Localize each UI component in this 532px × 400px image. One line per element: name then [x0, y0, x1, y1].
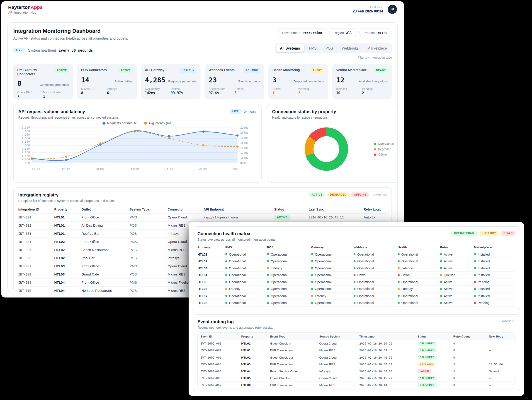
- stat-value-row: 3Degraded connections: [272, 76, 324, 84]
- cell: POS: [130, 224, 168, 227]
- status-dot: [225, 281, 227, 283]
- stat-title: API Gateway: [145, 68, 164, 72]
- status-dot: [267, 260, 269, 262]
- cell: 20:52:00: [486, 363, 514, 366]
- status-dot: [440, 274, 442, 276]
- stat-sub-value: 10: [336, 91, 362, 95]
- cell: HTL03: [54, 265, 81, 268]
- user-avatar[interactable]: IM: [388, 5, 397, 14]
- stat-sub-label: Opera PMS: [17, 90, 43, 94]
- legend-label: Operational: [378, 142, 394, 145]
- cell: Beach Restaurant: [81, 248, 130, 252]
- cell: Micros RES: [317, 349, 357, 352]
- cell: 2026-02-16 20:46:05: [357, 370, 415, 373]
- column-header-marketplace: Marketplace: [474, 246, 514, 249]
- matrix-cell-operational: Operational: [267, 259, 311, 263]
- cell: Front Office: [81, 215, 130, 219]
- cell: Micros RES: [317, 383, 357, 387]
- cell: Guest Check-out: [267, 356, 317, 359]
- app-subtitle: API Integration Hub: [8, 10, 43, 14]
- status-label: Operational: [357, 287, 374, 291]
- events-title: Event routing log: [197, 319, 273, 324]
- cell: INT-001: [18, 216, 54, 219]
- cell: RETRYING: [415, 362, 451, 366]
- cell: POS: [130, 248, 168, 252]
- matrix-cell-operational: Operational: [398, 301, 440, 305]
- tab-marketplace[interactable]: Marketplace: [363, 44, 391, 52]
- cell: HTL03: [238, 363, 267, 366]
- donut-hole: [313, 136, 339, 162]
- column-header-timestamp: Timestamp: [357, 335, 415, 338]
- tab-webhooks[interactable]: Webhooks: [338, 44, 363, 52]
- stat-status-badge: ROUTING: [243, 68, 260, 73]
- matrix-header-row: PropertyPMSPOSGatewayWebhookHealthRetryM…: [197, 244, 515, 251]
- chart-card-connection-status: Connection status by property Health ind…: [267, 104, 398, 183]
- column-header-event-type: Event Type: [267, 335, 317, 338]
- cell: POS: [130, 232, 168, 235]
- matrix-cell-operational: Operational: [398, 280, 440, 284]
- status-label: Operational: [315, 252, 332, 256]
- status-label: Active: [444, 259, 453, 263]
- svg-text:2,000: 2,000: [22, 151, 30, 154]
- heartbeat-value: Every 30 seconds: [58, 48, 93, 52]
- stat-sub-label: Installed: [336, 87, 362, 90]
- status-label: Operational: [271, 273, 287, 277]
- cell: Micros RES: [317, 363, 357, 366]
- column-header-integration-id: Integration ID: [18, 207, 54, 211]
- matrix-cell-installed: Installed: [474, 294, 514, 298]
- cell: 0: [451, 383, 486, 387]
- stat-sub-installed: Installed10: [336, 87, 362, 95]
- cell: Guest Check-in: [267, 342, 317, 345]
- stat-sub-opera-pms: Opera PMS7: [17, 90, 43, 98]
- cell: DELIVERED: [415, 348, 451, 352]
- status-dot: [354, 302, 356, 304]
- cell: Front Office: [81, 240, 130, 244]
- stat-value-label: Requests per minute: [168, 80, 196, 83]
- last-sync-value: 23 Feb 2026 08:34: [353, 9, 383, 13]
- svg-text:5,500: 5,500: [22, 126, 30, 129]
- stat-sub-label: Success rate: [209, 87, 234, 90]
- donut-chart-subtitle: Health indicators for active integration…: [272, 116, 336, 119]
- stat-head: API GatewayHEALTHY: [145, 68, 196, 73]
- column-header-connector: Connector: [167, 207, 203, 211]
- svg-text:3,000: 3,000: [22, 144, 30, 147]
- status-dot: [398, 267, 400, 269]
- cell: INT-002: [18, 224, 54, 227]
- tab-all-systems[interactable]: All Systems: [276, 44, 304, 52]
- matrix-cell-operational: Operational: [225, 266, 267, 270]
- column-header-event-id: Event ID: [198, 335, 239, 338]
- tab-pos[interactable]: POS: [321, 44, 337, 52]
- svg-text:2,500: 2,500: [22, 147, 30, 150]
- cell: Opera Cloud: [167, 215, 203, 219]
- status-label: Operational: [229, 273, 246, 277]
- status-label: Active: [444, 266, 453, 270]
- svg-text:5,000: 5,000: [22, 130, 30, 133]
- event-status-badge: RETRYING: [418, 362, 435, 366]
- svg-text:Now: Now: [233, 167, 238, 171]
- status-label: Active: [444, 294, 453, 298]
- filter-pill-protocol[interactable]: ProtocolHTTPS: [359, 28, 392, 37]
- stat-value: 23: [209, 76, 217, 84]
- svg-text:16:00: 16:00: [165, 167, 173, 171]
- status-label: Operational: [315, 301, 332, 305]
- stat-sub-value: 3: [234, 91, 260, 95]
- matrix-cell-latency: Latency: [398, 287, 440, 291]
- cell: 2026-02-16 20:50:12: [357, 342, 415, 345]
- stat-sub-value: 99.97%: [171, 91, 196, 95]
- status-dot: [354, 267, 356, 269]
- matrix-cell-installed: Installed: [474, 259, 514, 263]
- filter-pill-region[interactable]: RegionAll: [329, 28, 356, 37]
- cell: 2026-02-16 20:45:22: [357, 376, 415, 380]
- cell: INT-010: [18, 289, 54, 292]
- tab-pms[interactable]: PMS: [305, 44, 321, 52]
- filter-pill-environment[interactable]: EnvironmentProduction: [278, 28, 326, 37]
- matrix-cell-operational: Operational: [354, 301, 398, 305]
- cell: Heritage Restaurant: [81, 289, 130, 292]
- donut-chart-title: Connection status by property: [272, 109, 336, 114]
- status-dot: [225, 267, 227, 269]
- matrix-cell-active: Active: [440, 294, 474, 298]
- status-dot: [398, 260, 400, 262]
- matrix-property: HTL07: [197, 294, 225, 298]
- stat-sub-infrasys: Infrasys6: [107, 87, 133, 95]
- column-header-health: Health: [398, 246, 440, 249]
